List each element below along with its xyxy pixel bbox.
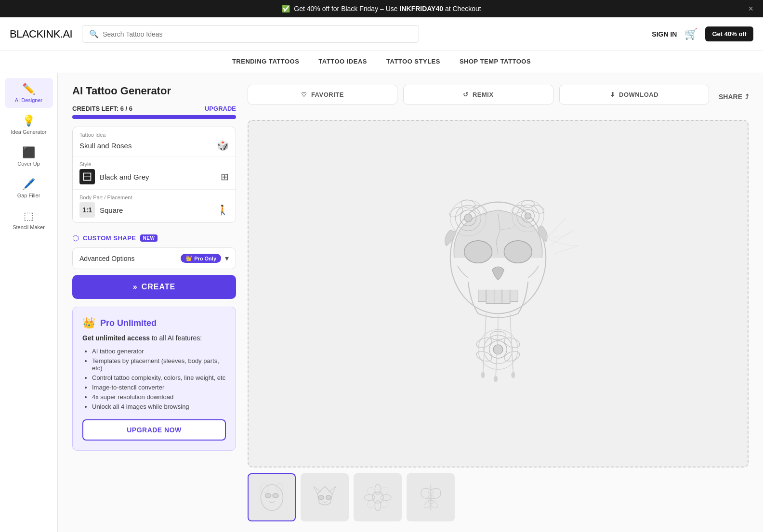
nav-item-ideas[interactable]: TATTOO IDEAS (318, 51, 367, 73)
svg-point-41 (364, 494, 375, 500)
logo[interactable]: BLACKINK.AI (10, 28, 72, 40)
credits-progress-bar-fill (72, 115, 236, 119)
svg-point-3 (464, 241, 492, 263)
favorite-button[interactable]: ♡ FAVORITE (248, 85, 397, 104)
credits-progress-bar-bg (72, 115, 236, 119)
tattoo-idea-input[interactable] (79, 142, 217, 150)
share-button[interactable]: SHARE ⤴ (719, 93, 749, 101)
create-icon: » (133, 283, 138, 291)
pro-features-list: AI tattoo generator Templates by placeme… (82, 348, 226, 410)
remix-button[interactable]: ↺ REMIX (403, 85, 553, 104)
share-icon: ⤴ (745, 93, 749, 101)
sidebar-item-gap-filler[interactable]: 🖊️ Gap Filler (5, 173, 53, 203)
layout: ✏️ AI Designer 💡 Idea Generator ⬛ Cover … (0, 73, 763, 532)
svg-point-42 (381, 494, 391, 500)
placement-value: Square (100, 206, 212, 214)
advanced-options-chevron-icon[interactable]: ▾ (225, 254, 229, 263)
sidebar-item-stencil-maker[interactable]: ⬚ Stencil Maker (5, 205, 53, 235)
svg-point-22 (493, 345, 503, 354)
header: BLACKINK.AI 🔍 SIGN IN 🛒 Get 40% off (0, 17, 763, 51)
top-right-actions: ♡ FAVORITE ↺ REMIX ⬇ DOWNLOAD SHARE ⤴ (248, 85, 749, 108)
gap-filler-icon: 🖊️ (22, 178, 35, 191)
create-button[interactable]: » CREATE (72, 275, 236, 299)
thumbnail-row (248, 473, 749, 521)
tattoo-artwork (249, 121, 748, 467)
sidebar-item-ai-designer[interactable]: ✏️ AI Designer (5, 78, 53, 108)
search-bar[interactable]: 🔍 (82, 25, 419, 43)
placement-thumbnail: 1:1 (79, 202, 95, 218)
placement-label: Body Part / Placement (79, 195, 229, 200)
svg-point-32 (265, 493, 271, 498)
sidebar-item-idea-generator[interactable]: 💡 Idea Generator (5, 110, 53, 140)
cart-icon[interactable]: 🛒 (684, 28, 697, 40)
style-dropdown-icon[interactable]: ⊞ (221, 171, 229, 182)
upgrade-link[interactable]: UPGRADE (205, 105, 236, 112)
banner-text: Get 40% off for Black Friday – Use INKFR… (294, 5, 481, 13)
nav-item-shop[interactable]: SHOP TEMP TATTOOS (460, 51, 531, 73)
page-title: AI Tattoo Generator (72, 85, 236, 97)
action-bar: ♡ FAVORITE ↺ REMIX ⬇ DOWNLOAD (248, 85, 709, 104)
form-card: Tattoo Idea 🎲 Style Black and Grey ⊞ (72, 127, 236, 223)
svg-point-8 (464, 214, 473, 222)
pro-card-subtitle: Get unlimited access to all AI features: (82, 334, 226, 342)
main-nav: TRENDING TATTOOS TATTOO IDEAS TATTOO STY… (0, 51, 763, 73)
sidebar: ✏️ AI Designer 💡 Idea Generator ⬛ Cover … (0, 73, 58, 532)
banner-close-button[interactable]: × (748, 4, 753, 14)
thumbnail-4[interactable] (407, 473, 455, 521)
share-label-text: SHARE (719, 93, 742, 101)
main-content: AI Tattoo Generator CREDITS LEFT: 6 / 6 … (58, 73, 763, 532)
thumbnail-1[interactable] (248, 473, 296, 521)
svg-point-36 (318, 495, 324, 499)
stencil-maker-icon: ⬚ (24, 210, 34, 222)
banner-code[interactable]: INKFRIDAY40 (400, 5, 444, 13)
top-banner: ✅ Get 40% off for Black Friday – Use INK… (0, 0, 763, 17)
pro-feature-5: 4x super resolution download (92, 393, 226, 401)
custom-shape-icon: ⬡ (72, 234, 79, 243)
left-panel: AI Tattoo Generator CREDITS LEFT: 6 / 6 … (72, 85, 236, 521)
sidebar-item-cover-up[interactable]: ⬛ Cover Up (5, 142, 53, 171)
nav-item-trending[interactable]: TRENDING TATTOOS (232, 51, 299, 73)
thumbnail-2[interactable] (301, 473, 349, 521)
placement-person-icon[interactable]: 🚶 (217, 204, 229, 216)
search-input[interactable] (103, 30, 412, 38)
sidebar-item-label-cover-up: Cover Up (17, 161, 39, 167)
pro-only-badge: 👑 Pro Only (181, 254, 221, 263)
pro-feature-1: AI tattoo generator (92, 348, 226, 355)
dice-icon[interactable]: 🎲 (217, 140, 229, 151)
advanced-options-row[interactable]: Advanced Options 👑 Pro Only ▾ (72, 247, 236, 269)
favorite-icon: ♡ (301, 91, 307, 98)
pro-unlimited-card: 👑 Pro Unlimited Get unlimited access to … (72, 307, 236, 451)
create-label: CREATE (142, 283, 176, 291)
pro-feature-4: Image-to-stencil converter (92, 384, 226, 391)
get-deal-button[interactable]: Get 40% off (705, 26, 753, 41)
style-field[interactable]: Style Black and Grey ⊞ (73, 156, 236, 190)
download-button[interactable]: ⬇ DOWNLOAD (559, 85, 709, 104)
pro-badge-label: Pro Only (194, 256, 216, 261)
nav-item-styles[interactable]: TATTOO STYLES (386, 51, 440, 73)
svg-point-38 (372, 492, 383, 503)
upgrade-now-button[interactable]: UPGRADE NOW (82, 419, 226, 441)
svg-point-35 (276, 483, 283, 491)
svg-point-18 (531, 204, 545, 215)
style-thumbnail (79, 169, 95, 184)
custom-shape-row[interactable]: ⬡ CUSTOM SHAPE NEW (72, 229, 236, 247)
style-row: Black and Grey ⊞ (79, 169, 229, 184)
placement-field[interactable]: Body Part / Placement 1:1 Square 🚶 (73, 190, 236, 222)
svg-point-31 (261, 484, 283, 510)
download-label: DOWNLOAD (619, 91, 658, 98)
main-image-container (248, 120, 749, 467)
idea-generator-icon: 💡 (22, 115, 35, 127)
search-icon: 🔍 (89, 29, 99, 39)
thumbnail-3[interactable] (354, 473, 402, 521)
svg-point-40 (375, 500, 381, 511)
download-icon: ⬇ (610, 91, 616, 98)
sidebar-item-label-gap-filler: Gap Filler (17, 193, 40, 198)
new-badge: NEW (140, 234, 158, 242)
pro-feature-6: Unlock all 4 images while browsing (92, 403, 226, 410)
sidebar-item-label-ai-designer: AI Designer (15, 97, 42, 103)
sign-in-button[interactable]: SIGN IN (652, 30, 677, 38)
pro-crown-icon: 👑 (82, 317, 95, 329)
svg-point-15 (525, 213, 531, 219)
sidebar-item-label-idea-generator: Idea Generator (11, 129, 47, 135)
custom-shape-label: CUSTOM SHAPE (83, 234, 136, 242)
